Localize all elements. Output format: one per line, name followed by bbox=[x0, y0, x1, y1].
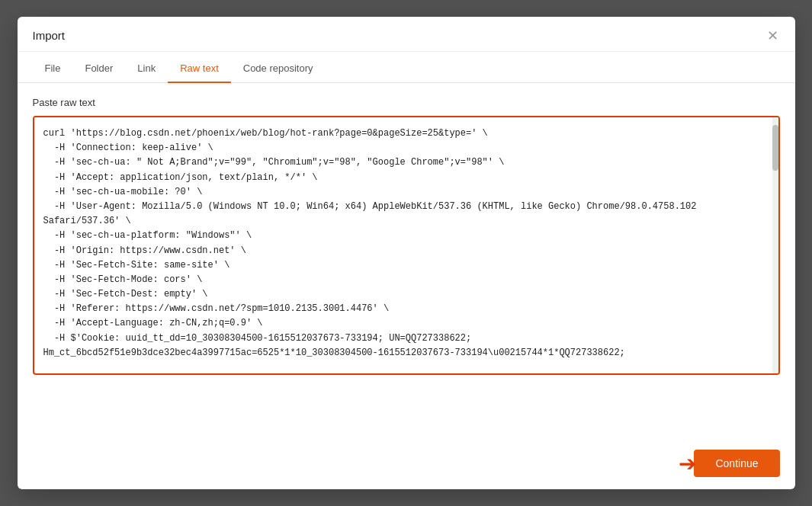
continue-button[interactable]: Continue bbox=[694, 450, 779, 477]
tab-folder[interactable]: Folder bbox=[72, 55, 125, 83]
tab-raw-text[interactable]: Raw text bbox=[168, 55, 231, 83]
close-button[interactable]: ✕ bbox=[761, 26, 785, 46]
dialog-title: Import bbox=[33, 29, 66, 51]
section-label: Paste raw text bbox=[33, 97, 780, 108]
tab-file[interactable]: File bbox=[33, 55, 73, 83]
text-area-wrapper bbox=[33, 116, 780, 375]
scrollbar-track bbox=[772, 117, 778, 373]
scrollbar-thumb[interactable] bbox=[772, 125, 778, 171]
raw-text-input[interactable] bbox=[34, 117, 778, 361]
tab-bar: File Folder Link Raw text Code repositor… bbox=[18, 55, 795, 83]
dialog-body: Paste raw text bbox=[18, 83, 795, 437]
dialog-header: Import ✕ bbox=[18, 17, 795, 52]
arrow-hint: ➔ bbox=[679, 451, 696, 476]
tab-code-repository[interactable]: Code repository bbox=[231, 55, 326, 83]
tab-link[interactable]: Link bbox=[125, 55, 168, 83]
import-dialog: Import ✕ File Folder Link Raw text Code … bbox=[18, 17, 795, 489]
dialog-footer: ➔ Continue bbox=[18, 437, 795, 489]
